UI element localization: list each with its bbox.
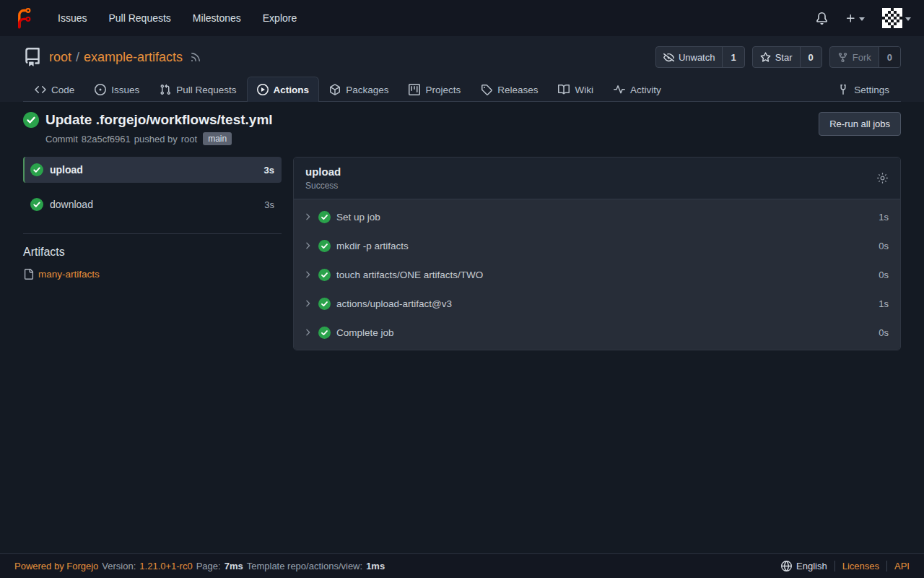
avatar (882, 8, 902, 28)
tab-releases[interactable]: Releases (471, 77, 548, 102)
step-row-mkdir[interactable]: mkdir -p artifacts 0s (294, 231, 900, 260)
powered-by-link[interactable]: Powered by Forgejo (14, 561, 98, 571)
footer-divider (834, 561, 835, 571)
repo-header: root / example-artifacts Unwatch 1 Star … (0, 36, 924, 102)
tab-label: Code (51, 85, 74, 95)
commit-hash-link[interactable]: 82a5cf6961 (82, 134, 131, 144)
step-name: actions/upload-artifact@v3 (336, 298, 873, 309)
commit-author-link[interactable]: root (181, 134, 197, 144)
tab-settings[interactable]: Settings (827, 77, 899, 102)
nav-explore[interactable]: Explore (263, 12, 297, 24)
job-item-upload[interactable]: upload 3s (23, 157, 282, 183)
job-detail-title: upload (305, 165, 341, 178)
chevron-down-icon (905, 17, 911, 21)
star-button[interactable]: Star (753, 47, 800, 67)
tab-wiki[interactable]: Wiki (548, 77, 603, 102)
rss-feed-button[interactable] (190, 51, 201, 63)
success-check-icon (23, 112, 39, 128)
version-label: Version: (102, 561, 136, 571)
step-duration: 1s (879, 212, 889, 223)
job-options-button[interactable] (876, 172, 889, 184)
commit-label: Commit (45, 134, 78, 144)
gear-icon (876, 172, 889, 184)
notifications-button[interactable] (816, 12, 828, 25)
stars-count[interactable]: 0 (800, 47, 821, 67)
step-duration: 0s (879, 241, 889, 251)
commit-summary: Commit 82a5cf6961 pushed by root main (45, 132, 273, 145)
job-status: Success (305, 181, 341, 191)
settings-icon (837, 84, 849, 95)
tab-label: Packages (346, 85, 388, 95)
file-icon (23, 269, 34, 280)
artifact-download-link[interactable]: many-artifacts (38, 269, 100, 280)
chevron-right-icon (302, 212, 313, 222)
footer-divider (886, 561, 887, 571)
tab-actions[interactable]: Actions (247, 77, 320, 102)
fork-button-group: Fork 0 (829, 46, 901, 68)
tab-activity[interactable]: Activity (603, 77, 671, 102)
user-menu-dropdown[interactable] (882, 8, 911, 28)
tab-projects[interactable]: Projects (398, 77, 471, 102)
page-footer: Powered by Forgejo Version: 1.21.0+1-rc0… (0, 553, 924, 578)
project-icon (409, 84, 420, 95)
bell-icon (816, 12, 828, 25)
repo-name-link[interactable]: example-artifacts (84, 50, 183, 65)
code-icon (35, 84, 46, 95)
create-new-dropdown[interactable] (845, 13, 865, 24)
chevron-right-icon (302, 241, 313, 251)
sidebar-divider (23, 233, 282, 234)
branch-badge[interactable]: main (203, 132, 232, 145)
play-icon (257, 84, 269, 95)
unwatch-button[interactable]: Unwatch (656, 47, 723, 67)
step-row-touch-artifacts[interactable]: touch artifacts/ONE artifacts/TWO 0s (294, 260, 900, 289)
rss-icon (190, 51, 201, 63)
actions-run-view: Update .forgejo/workflows/test.yml Commi… (0, 102, 924, 553)
chevron-right-icon (302, 269, 313, 280)
nav-issues[interactable]: Issues (58, 12, 87, 24)
step-duration: 0s (879, 269, 889, 280)
version-link[interactable]: 1.21.0+1-rc0 (139, 561, 192, 571)
breadcrumb: root / example-artifacts (49, 50, 183, 65)
step-name: Complete job (336, 327, 873, 338)
artifact-item: many-artifacts (23, 269, 282, 280)
watchers-count[interactable]: 1 (722, 47, 744, 67)
step-duration: 1s (879, 298, 889, 309)
step-name: mkdir -p artifacts (336, 241, 873, 251)
tab-code[interactable]: Code (25, 77, 84, 102)
job-duration: 3s (264, 165, 274, 176)
forgejo-logo[interactable] (13, 7, 35, 29)
tab-label: Activity (630, 85, 661, 95)
step-row-complete-job[interactable]: Complete job 0s (294, 318, 900, 347)
git-pull-request-icon (160, 84, 171, 95)
language-selector[interactable]: English (781, 561, 827, 571)
job-duration: 3s (264, 199, 274, 210)
tab-label: Pull Requests (176, 85, 236, 95)
api-link[interactable]: API (894, 561, 910, 571)
job-detail-panel: upload Success Set up job 1s (293, 157, 901, 350)
artifacts-heading: Artifacts (23, 246, 282, 259)
success-check-icon (318, 269, 331, 281)
forks-count[interactable]: 0 (879, 47, 900, 67)
step-row-set-up-job[interactable]: Set up job 1s (294, 202, 900, 231)
rerun-all-jobs-button[interactable]: Re-run all jobs (819, 112, 901, 136)
step-duration: 0s (879, 327, 889, 338)
step-row-upload-artifact[interactable]: actions/upload-artifact@v3 1s (294, 289, 900, 318)
job-name: upload (50, 164, 258, 176)
repo-owner-link[interactable]: root (49, 50, 71, 65)
tab-issues[interactable]: Issues (84, 77, 149, 102)
licenses-link[interactable]: Licenses (842, 561, 879, 571)
tab-label: Projects (425, 85, 461, 95)
chevron-down-icon (859, 17, 865, 21)
fork-button[interactable]: Fork (830, 47, 879, 67)
footer-info: Powered by Forgejo Version: 1.21.0+1-rc0… (14, 561, 385, 571)
tab-label: Actions (274, 85, 310, 95)
package-icon (329, 84, 341, 95)
forgejo-logo-icon (13, 7, 35, 29)
nav-milestones[interactable]: Milestones (193, 12, 241, 24)
tab-pull-requests[interactable]: Pull Requests (149, 77, 246, 102)
tab-packages[interactable]: Packages (319, 77, 398, 102)
nav-pull-requests[interactable]: Pull Requests (108, 12, 170, 24)
job-item-download[interactable]: download 3s (23, 191, 282, 217)
job-detail-header: upload Success (294, 158, 900, 199)
watch-button-group: Unwatch 1 (655, 46, 745, 68)
